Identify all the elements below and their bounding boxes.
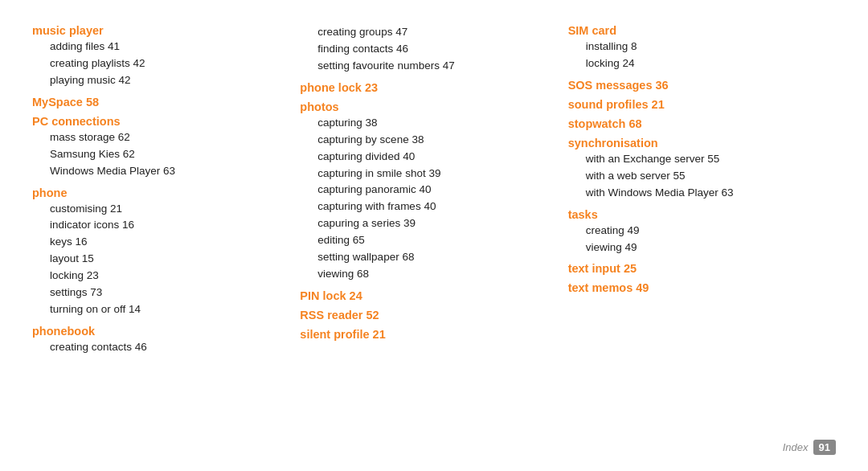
- index-item: creating groups 47: [300, 24, 559, 41]
- index-item: capturing by scene 38: [300, 132, 559, 149]
- index-item: viewing 68: [300, 266, 559, 283]
- section-heading: phone: [32, 186, 292, 199]
- section-heading: synchronisation: [568, 137, 828, 149]
- section-heading: stopwatch 68: [568, 117, 828, 130]
- section-heading: phonebook: [32, 325, 292, 338]
- footer-label: Index: [783, 441, 809, 453]
- footer-page: 91: [813, 440, 836, 455]
- index-item: setting favourite numbers 47: [300, 58, 559, 75]
- index-col-col2: creating groups 47finding contacts 46set…: [300, 24, 567, 433]
- index-col-col3: SIM cardinstalling 8locking 24SOS messag…: [568, 24, 836, 433]
- section-heading: SIM card: [568, 24, 828, 37]
- index-item: setting wallpaper 68: [300, 249, 559, 266]
- section-heading: PC connections: [32, 115, 292, 128]
- index-item: capturing panoramic 40: [300, 182, 559, 199]
- index-item: locking 24: [568, 55, 828, 72]
- section-heading: music player: [32, 24, 292, 37]
- index-item: adding files 41: [32, 39, 292, 55]
- index-item: customising 21: [32, 201, 292, 218]
- index-item: creating 49: [568, 223, 828, 240]
- page-footer: Index 91: [32, 433, 836, 455]
- index-item: with an Exchange server 55: [568, 151, 828, 168]
- index-item: indicator icons 16: [32, 217, 292, 234]
- index-item: playing music 42: [32, 72, 292, 89]
- index-item: capturing 38: [300, 115, 559, 132]
- index-item: layout 15: [32, 251, 292, 268]
- index-item: mass storage 62: [32, 129, 292, 146]
- index-item: editing 65: [300, 232, 559, 249]
- index-item: finding contacts 46: [300, 41, 559, 58]
- index-item: turning on or off 14: [32, 301, 292, 318]
- index-columns: music playeradding files 41creating play…: [32, 24, 836, 433]
- index-item: installing 8: [568, 39, 828, 55]
- index-item: locking 23: [32, 268, 292, 285]
- section-heading: silent profile 21: [300, 328, 559, 341]
- index-col-col1: music playeradding files 41creating play…: [32, 24, 300, 433]
- section-heading: text memos 49: [568, 281, 828, 294]
- index-item: capturing divided 40: [300, 149, 559, 166]
- index-item: capturing with frames 40: [300, 199, 559, 215]
- index-item: Samsung Kies 62: [32, 146, 292, 163]
- index-item: Windows Media Player 63: [32, 163, 292, 180]
- index-item: creating playlists 42: [32, 55, 292, 72]
- page: music playeradding files 41creating play…: [0, 0, 868, 471]
- index-item: keys 16: [32, 234, 292, 251]
- index-item: viewing 49: [568, 240, 828, 256]
- section-heading: sound profiles 21: [568, 98, 828, 111]
- section-heading: photos: [300, 100, 559, 113]
- index-item: capuring a series 39: [300, 215, 559, 232]
- section-heading: PIN lock 24: [300, 289, 559, 302]
- section-heading: text input 25: [568, 262, 828, 275]
- section-heading: phone lock 23: [300, 81, 559, 94]
- index-item: settings 73: [32, 285, 292, 301]
- index-item: capturing in smile shot 39: [300, 166, 559, 182]
- index-item: with a web server 55: [568, 168, 828, 185]
- section-heading: MySpace 58: [32, 96, 292, 109]
- index-item: with Windows Media Player 63: [568, 185, 828, 202]
- section-heading: tasks: [568, 208, 828, 221]
- section-heading: RSS reader 52: [300, 309, 559, 322]
- index-item: creating contacts 46: [32, 339, 292, 356]
- section-heading: SOS messages 36: [568, 79, 828, 92]
